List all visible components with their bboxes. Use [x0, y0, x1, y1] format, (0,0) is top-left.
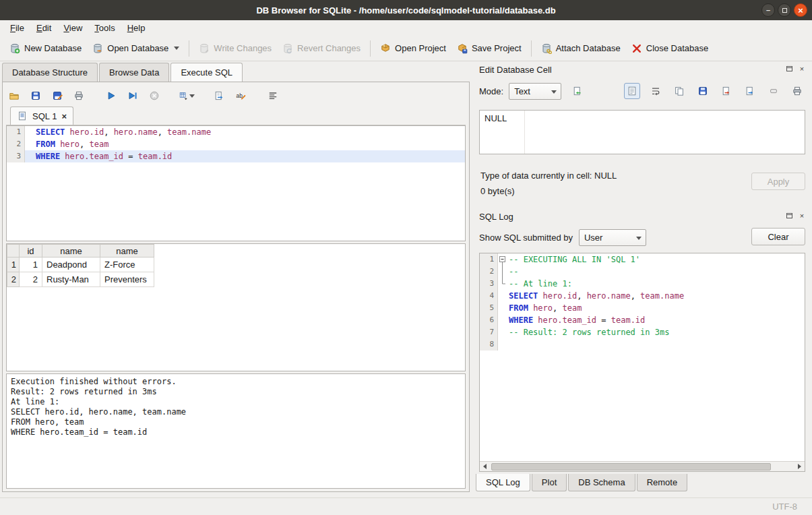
scroll-left-icon[interactable]: [480, 462, 490, 472]
table-cell[interactable]: 2: [20, 272, 42, 287]
main-toolbar: New DatabaseOpen DatabaseWrite ChangesRe…: [0, 36, 812, 61]
table-cell[interactable]: 1: [20, 258, 42, 272]
float-dock-icon[interactable]: [784, 64, 794, 73]
code-line: 8: [480, 338, 805, 351]
table-cell[interactable]: Z-Force: [100, 258, 154, 272]
column-header[interactable]: name: [42, 245, 100, 258]
print-cell-icon[interactable]: [789, 83, 805, 99]
line-number: 2: [480, 266, 498, 278]
execute-sql-panel: Database StructureBrowse DataExecute SQL…: [0, 61, 473, 497]
toolbar-separator: [189, 40, 189, 57]
save-project-button-label: Save Project: [472, 43, 522, 53]
line-number: 1: [7, 126, 25, 138]
menu-edit[interactable]: Edit: [30, 21, 57, 35]
execute-current-line-icon[interactable]: [125, 88, 141, 104]
attach-database-button[interactable]: Attach Database: [536, 39, 626, 58]
save-sql-as-icon[interactable]: [49, 88, 65, 104]
code-filler: [480, 351, 805, 461]
tab-browse-data[interactable]: Browse Data: [99, 63, 169, 82]
dock-tab-plot[interactable]: Plot: [532, 474, 567, 491]
format-sql-icon[interactable]: [265, 88, 281, 104]
row-header[interactable]: 2: [7, 272, 20, 287]
dock-tab-sql-log[interactable]: SQL Log: [476, 474, 530, 491]
import-cell-icon[interactable]: [718, 83, 735, 99]
sql-log-area: 1-- EXECUTING ALL IN 'SQL 1'2--3-- At li…: [479, 253, 805, 472]
export-results-icon[interactable]: [211, 88, 227, 104]
tab-execute-sql[interactable]: Execute SQL: [170, 63, 243, 82]
tab-sql-1[interactable]: SQL 1 ×: [10, 107, 73, 125]
code-text: -- At line 1:: [507, 278, 805, 290]
import-text-icon[interactable]: [569, 83, 586, 99]
revert-changes-button[interactable]: Revert Changes: [277, 39, 366, 58]
clear-log-button[interactable]: Clear: [751, 228, 805, 245]
code-line: 4SELECT hero.id, hero.name, team.name: [480, 290, 805, 302]
close-database-button[interactable]: Close Database: [626, 39, 714, 58]
close-dock-icon[interactable]: ×: [797, 211, 807, 220]
print-sql-icon[interactable]: [71, 88, 87, 104]
menu-help[interactable]: Help: [121, 21, 152, 35]
edit-cell-title: Edit Database Cell: [479, 65, 552, 75]
db-revert-icon: [282, 43, 293, 54]
close-icon[interactable]: ×: [794, 3, 807, 17]
status-line: Result: 2 rows returned in 3ms: [11, 387, 461, 397]
edit-text-icon[interactable]: ab: [232, 88, 249, 104]
float-dock-icon[interactable]: [784, 211, 794, 220]
stop-execution-icon[interactable]: [146, 88, 162, 104]
mode-combobox[interactable]: Text: [509, 83, 561, 100]
horizontal-scrollbar[interactable]: [480, 461, 805, 471]
write-changes-button[interactable]: Write Changes: [193, 39, 277, 58]
status-line: FROM hero, team: [11, 417, 461, 427]
menu-file[interactable]: File: [4, 21, 30, 35]
set-null-icon[interactable]: [766, 83, 782, 99]
close-db-icon: [631, 43, 642, 54]
right-dock: Edit Database Cell × Mode: Text NULL Typ…: [473, 61, 812, 497]
maximize-icon[interactable]: [778, 3, 791, 17]
scroll-right-icon[interactable]: [794, 462, 805, 472]
close-tab-icon[interactable]: ×: [61, 112, 67, 121]
fold-marker-end[interactable]: [498, 278, 507, 290]
close-dock-icon[interactable]: ×: [797, 64, 807, 73]
table-cell[interactable]: Preventers: [100, 272, 154, 287]
fold-marker-start[interactable]: [498, 253, 507, 266]
column-header[interactable]: name: [100, 245, 154, 258]
row-header[interactable]: 1: [7, 258, 20, 272]
fold-marker-none: [498, 290, 507, 302]
dock-tab-db-schema[interactable]: DB Schema: [568, 474, 635, 491]
fold-marker-mid[interactable]: [498, 266, 507, 278]
copy-cell-icon[interactable]: [671, 83, 687, 99]
document-view-icon[interactable]: [624, 83, 640, 99]
save-cell-icon[interactable]: [695, 83, 711, 99]
code-line: 5FROM hero, team: [480, 302, 805, 314]
log-filter-combobox[interactable]: User: [579, 229, 646, 246]
open-database-button[interactable]: Open Database: [87, 39, 185, 58]
apply-button[interactable]: Apply: [751, 173, 805, 190]
open-sql-file-icon[interactable]: [6, 88, 22, 104]
line-number: 3: [7, 150, 25, 162]
execute-all-icon[interactable]: [103, 88, 119, 104]
code-text: -- Result: 2 rows returned in 3ms: [507, 326, 805, 338]
scrollbar-thumb[interactable]: [491, 463, 771, 471]
table-cell[interactable]: Deadpond: [42, 258, 100, 272]
dock-tab-remote[interactable]: Remote: [637, 474, 688, 491]
word-wrap-icon[interactable]: [648, 83, 664, 99]
open-query-tab-icon[interactable]: [179, 88, 195, 104]
menu-view[interactable]: View: [57, 21, 88, 35]
menu-tools[interactable]: Tools: [88, 21, 121, 35]
code-text: SELECT hero.id, hero.name, team.name: [25, 126, 465, 138]
sql-log-view[interactable]: 1-- EXECUTING ALL IN 'SQL 1'2--3-- At li…: [480, 253, 805, 461]
code-line: 7-- Result: 2 rows returned in 3ms: [480, 326, 805, 338]
results-grid[interactable]: idnamename11DeadpondZ-Force22Rusty-ManPr…: [6, 243, 466, 371]
minimize-icon[interactable]: –: [761, 3, 775, 17]
cell-editor[interactable]: NULL: [479, 110, 805, 154]
new-database-button[interactable]: New Database: [4, 39, 87, 58]
table-cell[interactable]: Rusty-Man: [42, 272, 100, 287]
column-header[interactable]: id: [20, 245, 42, 258]
sql-editor[interactable]: 1SELECT hero.id, hero.name, team.name2FR…: [6, 125, 466, 241]
export-cell-icon[interactable]: [742, 83, 758, 99]
db-open-icon: [92, 43, 103, 54]
save-project-button[interactable]: Save Project: [451, 39, 527, 58]
save-sql-file-icon[interactable]: [28, 88, 44, 104]
open-project-button[interactable]: Open Project: [375, 39, 451, 58]
cell-type-text: Type of data currently in cell: NULL: [480, 171, 617, 181]
tab-database-structure[interactable]: Database Structure: [2, 63, 98, 82]
